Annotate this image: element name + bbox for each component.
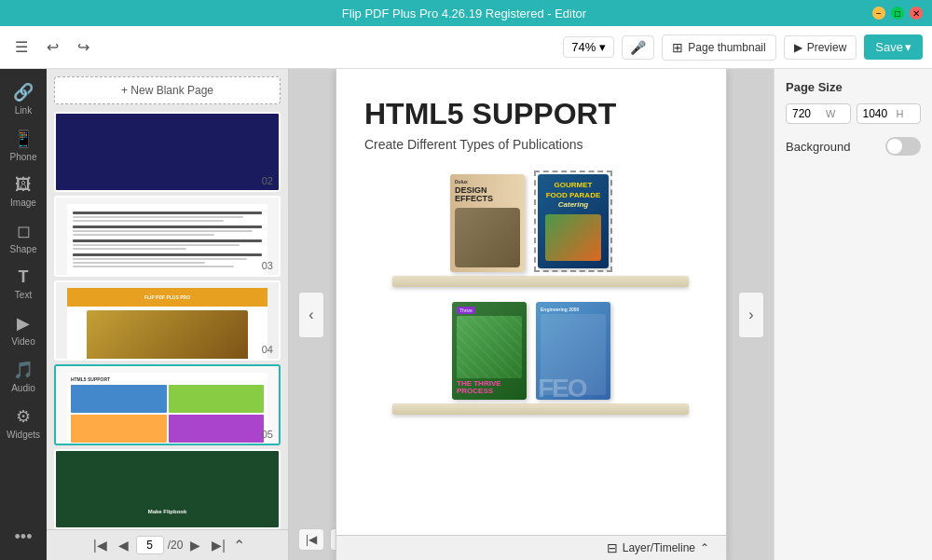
book2-image bbox=[545, 214, 601, 261]
sidebar-item-more[interactable]: ••• bbox=[3, 522, 44, 553]
thumbnail-page-03[interactable]: 03 bbox=[54, 196, 281, 276]
sidebar-item-video[interactable]: ▶ Video bbox=[3, 307, 44, 352]
size-fields: W H bbox=[786, 103, 921, 124]
thumbnail-panel: + New Blank Page 02 bbox=[47, 69, 289, 560]
book-gourmet-wrapper[interactable]: GOURMETFOOD PARADECatering bbox=[534, 171, 612, 272]
current-page-input[interactable] bbox=[136, 536, 164, 554]
close-button[interactable]: ✕ bbox=[910, 7, 923, 20]
text-label: Text bbox=[15, 290, 32, 300]
link-icon: 🔗 bbox=[13, 82, 34, 102]
undo-button[interactable]: ↩ bbox=[41, 34, 64, 60]
width-input[interactable] bbox=[792, 107, 826, 120]
thumbnail-page-05[interactable]: HTML5 SUPPORT 05 bbox=[54, 364, 281, 444]
audio-label: Audio bbox=[11, 383, 35, 393]
page-number-02: 02 bbox=[262, 175, 273, 186]
sidebar-item-text[interactable]: T Text bbox=[3, 262, 44, 306]
prev-page-button[interactable]: ◀ bbox=[115, 536, 132, 554]
sidebar-item-widgets[interactable]: ⚙ Widgets bbox=[3, 401, 44, 445]
thumbnail-page-04[interactable]: FLIP PDF PLUS PRO 04 bbox=[54, 280, 281, 361]
save-button[interactable]: Save ▾ bbox=[864, 34, 923, 60]
page-main-subtitle: Create Different Types of Publications bbox=[364, 137, 698, 152]
canvas-prev-button[interactable]: ‹ bbox=[298, 292, 324, 338]
thumbnail-img-05: HTML5 SUPPORT bbox=[56, 366, 279, 444]
background-row: Background bbox=[786, 137, 921, 156]
phone-label: Phone bbox=[10, 152, 37, 162]
save-arrow: ▾ bbox=[905, 40, 911, 54]
image-label: Image bbox=[10, 198, 36, 208]
page-canvas: HTML5 SUPPORT Create Different Types of … bbox=[336, 69, 727, 560]
book-feo[interactable]: Engineering 2000 FEO bbox=[536, 302, 610, 400]
first-page-button[interactable]: |◀ bbox=[89, 536, 111, 554]
thumb4-orange-header: FLIP PDF PLUS PRO bbox=[67, 288, 267, 361]
text-icon: T bbox=[19, 267, 29, 287]
sidebar-item-image[interactable]: 🖼 Image bbox=[3, 170, 44, 213]
thumbnail-pagination: |◀ ◀ /20 ▶ ▶| ⌃ bbox=[47, 529, 288, 560]
book-design-effects[interactable]: Dulux DESIGNEFFECTS bbox=[450, 174, 525, 272]
main-layout: 🔗 Link 📱 Phone 🖼 Image ◻ Shape T Text ▶ … bbox=[0, 69, 932, 560]
save-label: Save bbox=[875, 40, 903, 54]
zoom-arrow: ▾ bbox=[599, 40, 606, 54]
sidebar-item-link[interactable]: 🔗 Link bbox=[3, 76, 44, 121]
redo-button[interactable]: ↪ bbox=[72, 34, 95, 60]
last-page-button[interactable]: ▶| bbox=[208, 536, 229, 554]
new-blank-page-button[interactable]: + New Blank Page bbox=[54, 76, 281, 104]
mic-button[interactable]: 🎤 bbox=[622, 35, 654, 60]
layer-timeline-button[interactable]: ⊟ Layer/Timeline ⌃ bbox=[599, 537, 717, 559]
thumbnail-img-04: FLIP PDF PLUS PRO bbox=[56, 282, 279, 361]
book2-title: GOURMETFOOD PARADECatering bbox=[546, 181, 601, 210]
audio-icon: 🎵 bbox=[13, 360, 34, 380]
sidebar-item-audio[interactable]: 🎵 Audio bbox=[3, 354, 44, 399]
width-unit: W bbox=[826, 108, 835, 119]
preview-icon: ▶ bbox=[794, 41, 802, 54]
maximize-button[interactable]: □ bbox=[891, 7, 904, 20]
menu-button[interactable]: ☰ bbox=[9, 34, 34, 60]
image-icon: 🖼 bbox=[15, 175, 32, 195]
shelf-section-top: Dulux DESIGNEFFECTS GOURMETFOOD PARADECa… bbox=[383, 171, 679, 287]
title-bar: Flip PDF Plus Pro 4.26.19 Registered - E… bbox=[0, 0, 932, 26]
toolbar: ☰ ↩ ↪ 74% ▾ 🎤 ⊞ Page thumbnail ▶ Preview… bbox=[0, 26, 932, 69]
thumbnail-page-06[interactable]: Make Flipbook bbox=[54, 449, 281, 529]
height-input[interactable] bbox=[863, 107, 897, 120]
left-sidebar: 🔗 Link 📱 Phone 🖼 Image ◻ Shape T Text ▶ … bbox=[0, 69, 47, 560]
thumb3-text-doc bbox=[67, 204, 267, 277]
thumbnail-collapse-button[interactable]: ⌃ bbox=[233, 537, 245, 554]
link-label: Link bbox=[15, 105, 32, 116]
sidebar-item-shape[interactable]: ◻ Shape bbox=[3, 215, 44, 260]
page-thumbnail-label: Page thumbnail bbox=[688, 41, 765, 54]
thumbnail-page-02[interactable]: 02 bbox=[54, 112, 281, 192]
widgets-label: Widgets bbox=[7, 430, 40, 440]
page-content: HTML5 SUPPORT Create Different Types of … bbox=[336, 69, 726, 433]
widgets-icon: ⚙ bbox=[16, 406, 31, 427]
shelf-board-bottom bbox=[392, 403, 689, 415]
shelf-row-top: Dulux DESIGNEFFECTS GOURMETFOOD PARADECa… bbox=[383, 171, 679, 272]
canvas-next-button[interactable]: › bbox=[738, 292, 764, 338]
sidebar-item-phone[interactable]: 📱 Phone bbox=[3, 123, 44, 168]
book3-title: THE THRIVEPROCESS bbox=[457, 380, 522, 395]
book-thrive[interactable]: Thrive THE THRIVEPROCESS bbox=[452, 302, 527, 400]
page-total: /20 bbox=[168, 539, 184, 552]
next-page-button[interactable]: ▶ bbox=[186, 536, 204, 554]
page-thumbnail-button[interactable]: ⊞ Page thumbnail bbox=[662, 34, 775, 61]
book4-title: FEO bbox=[538, 374, 586, 400]
zoom-control[interactable]: 74% ▾ bbox=[563, 36, 614, 58]
more-icon: ••• bbox=[15, 527, 33, 547]
preview-label: Preview bbox=[807, 41, 847, 54]
shelf-board-top bbox=[392, 276, 689, 287]
background-label: Background bbox=[786, 140, 850, 154]
background-toggle[interactable] bbox=[885, 137, 921, 156]
book4-subtitle: Engineering 2000 bbox=[541, 307, 606, 312]
page-number-05: 05 bbox=[262, 429, 273, 440]
thumb2-dark-navy bbox=[56, 114, 279, 192]
phone-icon: 📱 bbox=[13, 129, 34, 149]
book1-title: DESIGNEFFECTS bbox=[455, 186, 520, 205]
height-unit: H bbox=[897, 108, 904, 119]
video-label: Video bbox=[11, 336, 34, 347]
canvas-area: ‹ › |◀ ▶| HTML5 SUPPORT Create Different… bbox=[289, 69, 774, 560]
shape-label: Shape bbox=[10, 244, 37, 254]
minimize-button[interactable]: − bbox=[872, 7, 885, 20]
thumbnail-img-02 bbox=[56, 114, 279, 192]
height-field: H bbox=[857, 103, 922, 124]
canvas-first-button[interactable]: |◀ bbox=[298, 528, 324, 551]
preview-button[interactable]: ▶ Preview bbox=[784, 35, 857, 60]
thumbnail-img-03 bbox=[56, 198, 279, 276]
